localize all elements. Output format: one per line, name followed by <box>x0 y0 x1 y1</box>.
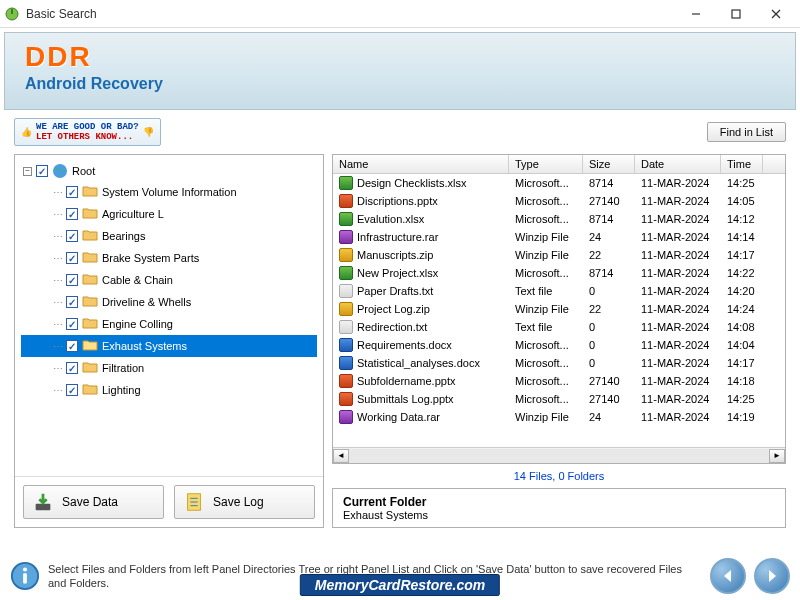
file-type: Microsoft... <box>509 357 583 369</box>
save-log-button[interactable]: Save Log <box>174 485 315 519</box>
file-date: 11-MAR-2024 <box>635 285 721 297</box>
tree-item-label: Agriculture L <box>102 208 164 220</box>
feedback-badge[interactable]: 👍 WE ARE GOOD OR BAD? LET OTHERS KNOW...… <box>14 118 161 146</box>
file-name: Paper Drafts.txt <box>357 285 433 297</box>
file-type: Text file <box>509 285 583 297</box>
close-button[interactable] <box>756 0 796 28</box>
titlebar: Basic Search <box>0 0 800 28</box>
col-date[interactable]: Date <box>635 155 721 173</box>
file-type-icon <box>339 356 353 370</box>
checkbox[interactable] <box>66 384 78 396</box>
tree-item[interactable]: ⋯Engine Colling <box>21 313 317 335</box>
checkbox[interactable] <box>66 318 78 330</box>
file-name: Infrastructure.rar <box>357 231 438 243</box>
tree-item[interactable]: ⋯Bearings <box>21 225 317 247</box>
checkbox[interactable] <box>66 230 78 242</box>
file-size: 27140 <box>583 375 635 387</box>
file-row[interactable]: Evalution.xlsxMicrosoft...871411-MAR-202… <box>333 210 785 228</box>
scroll-left-arrow[interactable]: ◄ <box>333 449 349 463</box>
brand-logo: DDR <box>25 41 775 73</box>
file-row[interactable]: Submittals Log.pptxMicrosoft...2714011-M… <box>333 390 785 408</box>
file-row[interactable]: Manuscripts.zipWinzip File2211-MAR-20241… <box>333 246 785 264</box>
file-time: 14:18 <box>721 375 763 387</box>
find-in-list-button[interactable]: Find in List <box>707 122 786 142</box>
file-date: 11-MAR-2024 <box>635 213 721 225</box>
checkbox[interactable] <box>66 208 78 220</box>
file-date: 11-MAR-2024 <box>635 195 721 207</box>
tree-item[interactable]: ⋯Exhaust Systems <box>21 335 317 357</box>
minimize-button[interactable] <box>676 0 716 28</box>
checkbox[interactable] <box>66 252 78 264</box>
col-name[interactable]: Name <box>333 155 509 173</box>
tree-item-label: Lighting <box>102 384 141 396</box>
scroll-right-arrow[interactable]: ► <box>769 449 785 463</box>
checkbox[interactable] <box>66 274 78 286</box>
file-type: Winzip File <box>509 249 583 261</box>
horizontal-scrollbar[interactable]: ◄ ► <box>333 447 785 463</box>
tree-item-label: Driveline & Whells <box>102 296 191 308</box>
tree-item[interactable]: ⋯Cable & Chain <box>21 269 317 291</box>
checkbox[interactable] <box>36 165 48 177</box>
toolbar: 👍 WE ARE GOOD OR BAD? LET OTHERS KNOW...… <box>0 114 800 150</box>
tree-item[interactable]: ⋯Brake System Parts <box>21 247 317 269</box>
info-icon <box>10 561 40 591</box>
file-date: 11-MAR-2024 <box>635 339 721 351</box>
file-row[interactable]: Redirection.txtText file011-MAR-202414:0… <box>333 318 785 336</box>
file-row[interactable]: Paper Drafts.txtText file011-MAR-202414:… <box>333 282 785 300</box>
file-type: Winzip File <box>509 411 583 423</box>
file-row[interactable]: Statistical_analyses.docxMicrosoft...011… <box>333 354 785 372</box>
tree-item[interactable]: ⋯Lighting <box>21 379 317 401</box>
file-name: Project Log.zip <box>357 303 430 315</box>
folder-icon <box>82 250 98 266</box>
file-name: Statistical_analyses.docx <box>357 357 480 369</box>
file-type: Microsoft... <box>509 267 583 279</box>
file-type: Winzip File <box>509 231 583 243</box>
col-size[interactable]: Size <box>583 155 635 173</box>
file-row[interactable]: Infrastructure.rarWinzip File2411-MAR-20… <box>333 228 785 246</box>
thumbs-down-icon: 👎 <box>143 127 154 138</box>
tree-root[interactable]: − Root <box>21 161 317 181</box>
save-data-button[interactable]: Save Data <box>23 485 164 519</box>
file-row[interactable]: Project Log.zipWinzip File2211-MAR-20241… <box>333 300 785 318</box>
file-time: 14:25 <box>721 393 763 405</box>
file-row[interactable]: Subfoldername.pptxMicrosoft...2714011-MA… <box>333 372 785 390</box>
folder-icon <box>82 294 98 310</box>
file-row[interactable]: Discriptions.pptxMicrosoft...2714011-MAR… <box>333 192 785 210</box>
file-name: New Project.xlsx <box>357 267 438 279</box>
file-size: 27140 <box>583 195 635 207</box>
tree-item[interactable]: ⋯Filtration <box>21 357 317 379</box>
file-date: 11-MAR-2024 <box>635 411 721 423</box>
tree-item[interactable]: ⋯System Volume Information <box>21 181 317 203</box>
file-type-icon <box>339 320 353 334</box>
file-list-body[interactable]: Design Checklists.xlsxMicrosoft...871411… <box>333 174 785 447</box>
file-name: Manuscripts.zip <box>357 249 433 261</box>
file-row[interactable]: Requirements.docxMicrosoft...011-MAR-202… <box>333 336 785 354</box>
col-type[interactable]: Type <box>509 155 583 173</box>
file-type: Microsoft... <box>509 339 583 351</box>
checkbox[interactable] <box>66 362 78 374</box>
tree-item[interactable]: ⋯Driveline & Whells <box>21 291 317 313</box>
prev-button[interactable] <box>710 558 746 594</box>
svg-rect-1 <box>11 9 13 14</box>
file-row[interactable]: New Project.xlsxMicrosoft...871411-MAR-2… <box>333 264 785 282</box>
checkbox[interactable] <box>66 340 78 352</box>
file-date: 11-MAR-2024 <box>635 321 721 333</box>
file-time: 14:17 <box>721 249 763 261</box>
folder-icon <box>82 272 98 288</box>
expand-toggle[interactable]: − <box>23 167 32 176</box>
directory-tree[interactable]: − Root ⋯System Volume Information⋯Agricu… <box>15 155 323 476</box>
col-time[interactable]: Time <box>721 155 763 173</box>
file-time: 14:12 <box>721 213 763 225</box>
file-type-icon <box>339 230 353 244</box>
checkbox[interactable] <box>66 296 78 308</box>
file-name: Design Checklists.xlsx <box>357 177 466 189</box>
file-time: 14:14 <box>721 231 763 243</box>
file-count-summary: 14 Files, 0 Folders <box>332 468 786 484</box>
file-row[interactable]: Design Checklists.xlsxMicrosoft...871411… <box>333 174 785 192</box>
file-row[interactable]: Working Data.rarWinzip File2411-MAR-2024… <box>333 408 785 426</box>
thumbs-up-icon: 👍 <box>21 127 32 138</box>
maximize-button[interactable] <box>716 0 756 28</box>
checkbox[interactable] <box>66 186 78 198</box>
tree-item[interactable]: ⋯Agriculture L <box>21 203 317 225</box>
next-button[interactable] <box>754 558 790 594</box>
